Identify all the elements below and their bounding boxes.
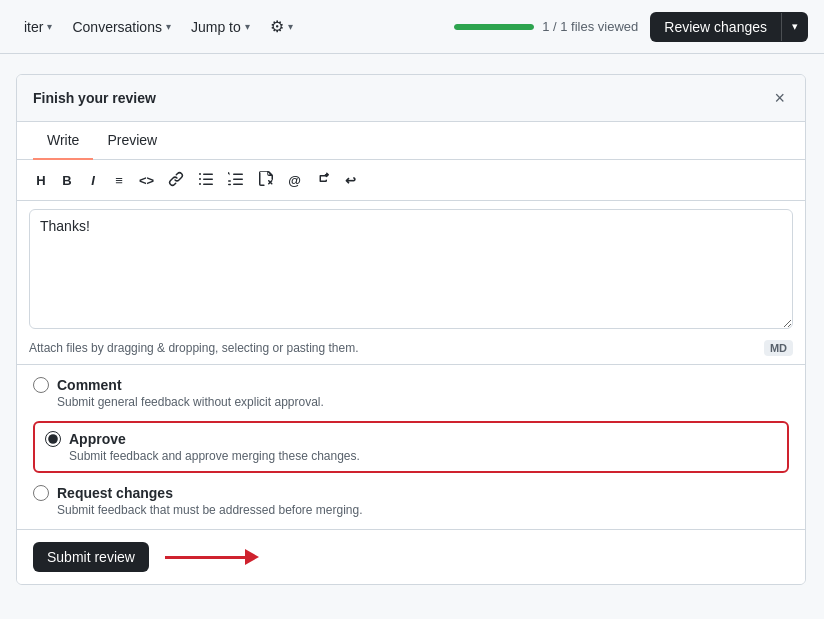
filter-chevron: ▾ <box>47 21 52 32</box>
arrow-head <box>245 549 259 565</box>
attach-label: Attach files by dragging & dropping, sel… <box>29 341 359 355</box>
panel-header: Finish your review × <box>17 75 805 122</box>
request-changes-radio[interactable] <box>33 485 49 501</box>
approve-label-row: Approve <box>45 431 777 447</box>
settings-chevron: ▾ <box>288 21 293 32</box>
radio-option-comment: Comment Submit general feedback without … <box>33 377 789 409</box>
italic-icon: I <box>91 174 95 187</box>
panel-title: Finish your review <box>33 90 156 106</box>
tabs-container: Write Preview <box>17 122 805 160</box>
toolbar-bullets-button[interactable] <box>192 168 220 192</box>
toolbar-italic-button[interactable]: I <box>81 168 105 192</box>
undo-icon: ↩ <box>345 174 356 187</box>
toolbar-code-button[interactable]: <> <box>133 168 160 192</box>
numbered-icon <box>228 171 244 189</box>
bold-icon: B <box>62 174 71 187</box>
conversations-label: Conversations <box>72 19 162 35</box>
request-changes-description: Submit feedback that must be addressed b… <box>33 503 789 517</box>
files-viewed-fill <box>454 24 534 30</box>
tab-write[interactable]: Write <box>33 122 93 160</box>
toolbar-tasklist-button[interactable] <box>252 168 280 192</box>
approve-radio[interactable] <box>45 431 61 447</box>
submit-review-button[interactable]: Submit review <box>33 542 149 572</box>
mention-icon: @ <box>288 174 301 187</box>
nav-item-settings[interactable]: ⚙ ▾ <box>262 11 301 42</box>
toolbar-undo-button[interactable]: ↩ <box>339 168 363 192</box>
approve-description: Submit feedback and approve merging thes… <box>45 449 777 463</box>
review-changes-button[interactable]: Review changes ▾ <box>650 12 808 42</box>
link-icon <box>168 171 184 189</box>
nav-item-filter[interactable]: iter ▾ <box>16 13 60 41</box>
files-viewed-bar <box>454 24 534 30</box>
bullets-icon <box>198 171 214 189</box>
top-bar-left: iter ▾ Conversations ▾ Jump to ▾ ⚙ ▾ <box>16 11 450 42</box>
radio-option-approve: Approve Submit feedback and approve merg… <box>33 421 789 473</box>
main-content: Finish your review × Write Preview H B I… <box>0 54 824 605</box>
code-icon: <> <box>139 174 154 187</box>
radio-option-request-changes: Request changes Submit feedback that mus… <box>33 485 789 517</box>
arrow-shaft <box>165 556 245 559</box>
toolbar-mention-button[interactable]: @ <box>282 168 307 192</box>
nav-item-conversations[interactable]: Conversations ▾ <box>64 13 179 41</box>
toolbar-heading-button[interactable]: H <box>29 168 53 192</box>
tab-preview[interactable]: Preview <box>93 122 171 160</box>
review-changes-label: Review changes <box>650 12 781 42</box>
review-panel: Finish your review × Write Preview H B I… <box>16 74 806 585</box>
toolbar-reference-button[interactable] <box>309 168 337 192</box>
comment-label-row: Comment <box>33 377 789 393</box>
list-icon: ≡ <box>115 174 123 187</box>
reference-icon <box>315 171 331 189</box>
review-changes-dropdown-icon: ▾ <box>782 13 808 40</box>
editor-body: Thanks! <box>17 201 805 332</box>
toolbar-numbered-button[interactable] <box>222 168 250 192</box>
toolbar-bold-button[interactable]: B <box>55 168 79 192</box>
top-bar-right: 1 / 1 files viewed Review changes ▾ <box>454 12 808 42</box>
editor-toolbar: H B I ≡ <> <box>17 160 805 201</box>
attach-files-area: Attach files by dragging & dropping, sel… <box>17 332 805 364</box>
heading-icon: H <box>36 174 45 187</box>
comment-description: Submit general feedback without explicit… <box>33 395 789 409</box>
request-changes-label-row: Request changes <box>33 485 789 501</box>
tasklist-icon <box>258 171 274 189</box>
files-viewed-label: 1 / 1 files viewed <box>542 19 638 34</box>
filter-label: iter <box>24 19 43 35</box>
toolbar-list-button[interactable]: ≡ <box>107 168 131 192</box>
nav-item-jump-to[interactable]: Jump to ▾ <box>183 13 258 41</box>
top-bar: iter ▾ Conversations ▾ Jump to ▾ ⚙ ▾ 1 /… <box>0 0 824 54</box>
conversations-chevron: ▾ <box>166 21 171 32</box>
arrow-indicator <box>165 549 259 565</box>
request-changes-label: Request changes <box>57 485 173 501</box>
jump-to-label: Jump to <box>191 19 241 35</box>
files-viewed-indicator: 1 / 1 files viewed <box>454 19 638 34</box>
markdown-badge: MD <box>764 340 793 356</box>
comment-radio[interactable] <box>33 377 49 393</box>
gear-icon: ⚙ <box>270 17 284 36</box>
submit-area: Submit review <box>17 529 805 584</box>
approve-label: Approve <box>69 431 126 447</box>
close-button[interactable]: × <box>770 87 789 109</box>
review-textarea[interactable]: Thanks! <box>29 209 793 329</box>
radio-options: Comment Submit general feedback without … <box>17 364 805 529</box>
comment-label: Comment <box>57 377 122 393</box>
jump-to-chevron: ▾ <box>245 21 250 32</box>
toolbar-link-button[interactable] <box>162 168 190 192</box>
